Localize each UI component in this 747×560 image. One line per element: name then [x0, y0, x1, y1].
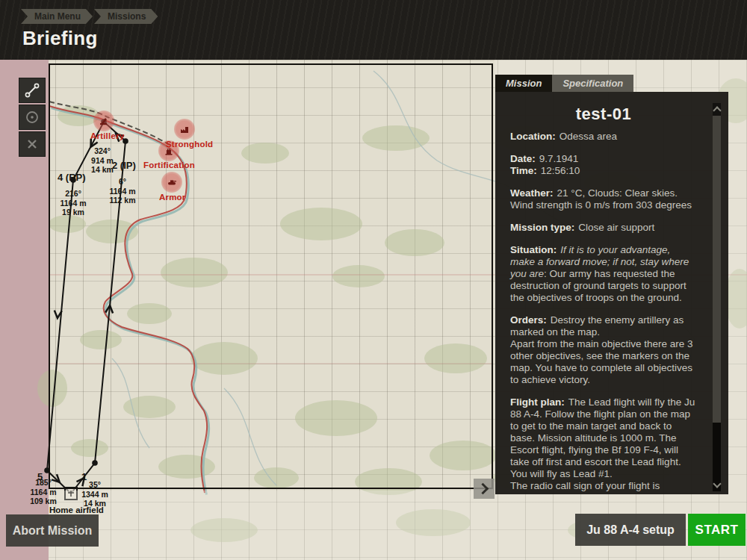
- stronghold-icon: [179, 124, 190, 134]
- wind-line: Wind strength is 0 m/s from 303 degrees: [510, 199, 697, 211]
- page-title: Briefing: [22, 27, 98, 50]
- breadcrumb-missions[interactable]: Missions: [94, 9, 158, 24]
- artillery-icon: [99, 116, 109, 126]
- scroll-down-button[interactable]: [713, 479, 721, 491]
- measure-tool-button[interactable]: [19, 78, 46, 103]
- route-label-5: 185° 1164 m 109 km: [22, 478, 64, 506]
- marker-artillery[interactable]: [93, 111, 114, 131]
- weather-label: Weather:: [510, 187, 554, 199]
- scroll-up-button[interactable]: [713, 103, 721, 116]
- location-line: Location:Odessa area: [510, 131, 697, 143]
- flight-plan-label: Flight plan:: [510, 396, 565, 408]
- panel-collapse-button[interactable]: [474, 479, 495, 499]
- marker-armor[interactable]: [161, 172, 182, 193]
- orders-block: Orders:Destroy the enemy artillery as ma…: [510, 314, 697, 386]
- route-label-ip: 6° 1164 m 112 km: [102, 177, 143, 205]
- marker-label-fortification: Fortification: [143, 161, 195, 169]
- orders-label: Orders:: [510, 314, 547, 326]
- situation-block: Situation:If it is to your advantage, ma…: [510, 244, 697, 304]
- marker-label-stronghold: Stronghold: [166, 140, 213, 149]
- close-icon: [24, 136, 40, 152]
- ruler-icon: [24, 82, 40, 99]
- marker-label-artillery: Artillery: [90, 131, 124, 140]
- time-label: Time:: [510, 165, 537, 176]
- briefing-screen: Artillery Stronghold Fortification Armor…: [0, 0, 747, 560]
- date-label: Date:: [510, 153, 536, 164]
- chevron-down-icon: [713, 479, 721, 488]
- flight-plan-text-3: The radio call sign of your flight is Ga…: [510, 480, 697, 494]
- start-button[interactable]: START: [688, 514, 746, 546]
- tab-specification[interactable]: Specification: [552, 75, 633, 92]
- location-value: Odessa area: [560, 131, 617, 142]
- marker-label-armor: Armor: [159, 193, 186, 202]
- tab-mission[interactable]: Mission: [495, 75, 552, 92]
- header: Main Menu Missions Briefing: [0, 0, 747, 60]
- route-label-target: 324° 914 m 14 km: [81, 146, 123, 175]
- armor-icon: [167, 177, 177, 187]
- flight-callsign: Gannet: [510, 492, 543, 494]
- location-label: Location:: [510, 131, 556, 142]
- marker-stronghold[interactable]: [174, 119, 195, 140]
- breadcrumb-main-menu[interactable]: Main Menu: [21, 9, 93, 24]
- orders-text-2: Apart from the main objective there are …: [510, 338, 697, 386]
- time-value: 12:56:10: [541, 165, 580, 176]
- route-label-1: 35° 1344 m 14 km: [74, 480, 116, 508]
- abort-mission-button[interactable]: Abort Mission: [6, 514, 99, 547]
- flight-plan-text-2: You will fly as Lead #1.: [510, 468, 697, 480]
- chevron-right-icon: [477, 483, 489, 495]
- date-value: 9.7.1941: [539, 153, 579, 164]
- chevron-up-icon: [713, 106, 721, 114]
- clear-tool-button[interactable]: [19, 131, 46, 157]
- breadcrumb: Main Menu Missions: [21, 9, 159, 24]
- mission-type-line: Mission type:Close air support: [510, 222, 697, 234]
- mission-briefing-panel: test-01 Location:Odessa area Date:9.7.19…: [495, 92, 728, 494]
- situation-label: Situation:: [510, 244, 557, 255]
- plane-setup-button[interactable]: Ju 88 A-4 setup: [575, 514, 686, 546]
- center-view-button[interactable]: [19, 105, 46, 130]
- panel-scrollbar[interactable]: [713, 103, 721, 491]
- mission-type-label: Mission type:: [510, 222, 574, 233]
- mission-type-value: Close air support: [578, 222, 654, 233]
- flight-plan-block: Flight plan:The Lead flight will fly the…: [510, 396, 697, 494]
- mission-title: test-01: [510, 108, 697, 120]
- scrollbar-track[interactable]: [713, 116, 721, 491]
- weather-block: Weather:21 °C, Clouds: Clear skies. Wind…: [510, 187, 697, 211]
- panel-tabs: Mission Specification: [495, 75, 633, 92]
- weather-value: 21 °C, Clouds: Clear skies.: [557, 187, 678, 199]
- target-circle-icon: [24, 109, 40, 125]
- datetime-block: Date:9.7.1941 Time:12:56:10: [510, 153, 697, 177]
- route-label-rp: 216° 1164 m 19 km: [52, 189, 94, 217]
